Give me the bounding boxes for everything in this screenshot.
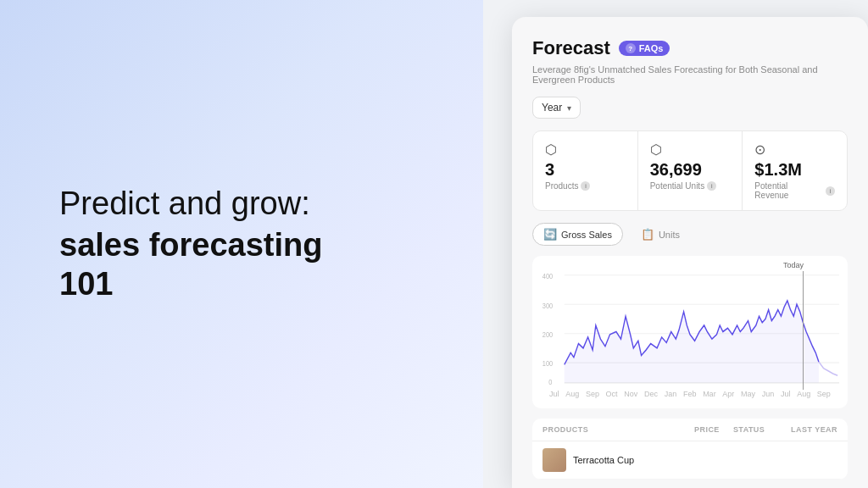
revenue-info-icon: i <box>826 186 835 196</box>
faq-badge[interactable]: ? FAQs <box>619 41 670 56</box>
x-axis-labels: Jul Aug Sep Oct Nov Dec Jan Feb Mar Apr … <box>541 390 839 398</box>
product-thumbnail <box>542 448 566 472</box>
dashboard-header: Forecast ? FAQs <box>532 37 848 59</box>
stat-units: ⬡ 36,699 Potential Units i <box>638 131 743 210</box>
units-icon: ⬡ <box>650 141 731 158</box>
faq-icon: ? <box>626 43 636 53</box>
units-toggle-icon: 📋 <box>641 228 654 241</box>
units-label: Potential Units i <box>650 181 731 191</box>
products-table: PRODUCTS PRICE STATUS LAST YEAR Terracot… <box>532 419 848 480</box>
products-value: 3 <box>545 161 626 178</box>
page-title: Forecast <box>532 37 610 59</box>
x-label-sep: Sep <box>586 390 599 398</box>
stat-revenue: ⊙ $1.3M Potential Revenue i <box>743 131 847 210</box>
table-row: Terracotta Cup <box>532 441 848 480</box>
units-info-icon: i <box>707 181 716 191</box>
x-label-oct: Oct <box>606 390 618 398</box>
units-toggle[interactable]: 📋 Units <box>630 223 691 246</box>
th-status: STATUS <box>720 425 779 434</box>
x-label-nov: Nov <box>624 390 637 398</box>
products-icon: ⬡ <box>545 141 626 158</box>
svg-text:100: 100 <box>542 360 554 369</box>
forecast-chart: 400 300 200 100 0 <box>541 266 839 385</box>
stat-products: ⬡ 3 Products i <box>533 131 638 210</box>
today-line <box>803 271 804 390</box>
revenue-value: $1.3M <box>754 161 835 178</box>
svg-text:400: 400 <box>542 273 554 281</box>
product-name: Terracotta Cup <box>573 455 837 465</box>
faq-label: FAQs <box>639 43 664 53</box>
x-label-aug2: Aug <box>797 390 810 398</box>
chart-area: Today 400 300 200 100 0 <box>532 256 848 408</box>
svg-text:0: 0 <box>548 378 553 385</box>
svg-text:200: 200 <box>542 330 554 339</box>
hero-title: sales forecasting 101 <box>59 226 381 303</box>
today-label: Today <box>783 261 804 269</box>
x-label-aug: Aug <box>565 390 579 398</box>
gross-sales-toggle[interactable]: 🔄 Gross Sales <box>532 223 623 246</box>
x-label-mar: Mar <box>703 390 716 398</box>
x-label-may: May <box>741 390 755 398</box>
dashboard-subtitle: Leverage 8fig's Unmatched Sales Forecast… <box>532 64 848 85</box>
left-panel: Predict and grow: sales forecasting 101 <box>0 0 483 488</box>
year-dropdown-label: Year <box>542 102 562 114</box>
table-header: PRODUCTS PRICE STATUS LAST YEAR <box>532 419 848 441</box>
x-label-apr: Apr <box>722 390 734 398</box>
toggle-row: 🔄 Gross Sales 📋 Units <box>532 223 848 246</box>
units-toggle-label: Units <box>659 230 680 240</box>
th-price: PRICE <box>660 425 720 434</box>
hero-subtitle: Predict and grow: <box>59 185 381 224</box>
units-value: 36,699 <box>650 161 731 178</box>
hero-text: Predict and grow: sales forecasting 101 <box>59 185 381 304</box>
x-label-feb: Feb <box>683 390 697 398</box>
svg-text:300: 300 <box>542 302 554 310</box>
x-label-jul2: Jul <box>781 390 791 398</box>
right-panel: Forecast ? FAQs Leverage 8fig's Unmatche… <box>483 0 868 488</box>
dashboard-card: Forecast ? FAQs Leverage 8fig's Unmatche… <box>512 17 868 488</box>
th-lastyear: LAST YEAR <box>778 425 837 434</box>
th-products: PRODUCTS <box>542 425 660 434</box>
stats-row: ⬡ 3 Products i ⬡ 36,699 Potential Units … <box>532 130 848 211</box>
x-label-jun: Jun <box>762 390 775 398</box>
gross-sales-icon: 🔄 <box>543 228 557 241</box>
x-label-jul: Jul <box>549 390 559 398</box>
revenue-icon: ⊙ <box>754 141 835 158</box>
chevron-down-icon: ▾ <box>567 103 571 113</box>
x-label-sep2: Sep <box>817 390 831 398</box>
x-label-dec: Dec <box>644 390 658 398</box>
revenue-label: Potential Revenue i <box>754 181 835 200</box>
x-label-jan: Jan <box>665 390 677 398</box>
year-dropdown[interactable]: Year ▾ <box>532 97 581 119</box>
products-info-icon: i <box>581 181 590 191</box>
products-label: Products i <box>545 181 626 191</box>
gross-sales-label: Gross Sales <box>561 230 612 240</box>
